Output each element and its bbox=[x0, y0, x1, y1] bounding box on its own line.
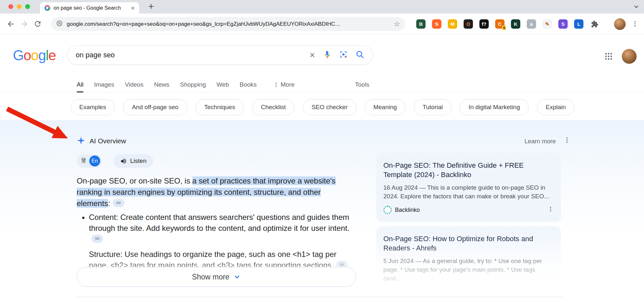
search-result-tab[interactable]: All bbox=[77, 77, 83, 92]
macos-window-controls bbox=[8, 4, 30, 9]
google-lens-icon[interactable] bbox=[339, 50, 348, 60]
search-result-tab[interactable]: News bbox=[154, 77, 169, 92]
ai-overview-title: AI Overview bbox=[90, 137, 126, 145]
voice-search-icon[interactable] bbox=[323, 50, 332, 60]
filter-chip[interactable]: And off-page seo bbox=[123, 99, 187, 115]
source-favicon-icon bbox=[383, 206, 392, 214]
traffic-light-button[interactable] bbox=[25, 4, 30, 9]
show-more-button[interactable]: Show more bbox=[77, 267, 356, 287]
source-card[interactable]: On-Page SEO: How to Optimize for Robots … bbox=[376, 226, 561, 290]
extension-icon[interactable]: B bbox=[416, 19, 426, 29]
address-bar[interactable]: google.com/search?q=on+page+seo&oq=on+pa… bbox=[51, 17, 405, 31]
google-favicon-icon bbox=[44, 5, 50, 11]
extension-icon[interactable]: M bbox=[448, 19, 457, 29]
browser-toolbar: google.com/search?q=on+page+seo&oq=on+pa… bbox=[0, 14, 644, 34]
traffic-light-button[interactable] bbox=[8, 4, 13, 9]
extension-glyph: K bbox=[514, 21, 517, 27]
traffic-light-button[interactable] bbox=[17, 4, 22, 9]
listen-button[interactable]: Listen bbox=[113, 154, 153, 168]
extension-glyph: C bbox=[498, 21, 502, 27]
filter-chip[interactable]: Meaning bbox=[365, 99, 406, 115]
source-card[interactable]: On-Page SEO: The Definitive Guide + FREE… bbox=[376, 153, 561, 222]
extension-glyph: S bbox=[561, 21, 564, 27]
extension-glyph: M bbox=[450, 21, 455, 27]
search-icon[interactable] bbox=[355, 50, 364, 60]
filter-chip[interactable]: In digital Marketing bbox=[460, 99, 528, 115]
clear-search-icon[interactable]: × bbox=[309, 50, 315, 60]
account-avatar[interactable] bbox=[622, 49, 637, 64]
bookmark-star-icon[interactable]: ☆ bbox=[394, 21, 400, 28]
browser-profile-avatar[interactable] bbox=[614, 18, 626, 30]
extension-icon[interactable]: S bbox=[432, 19, 441, 29]
learn-more-link[interactable]: Learn more bbox=[524, 138, 556, 145]
language-option-hindi[interactable]: हिं bbox=[82, 158, 86, 165]
source-name: Backlinko bbox=[395, 207, 420, 213]
google-apps-grid-icon[interactable] bbox=[604, 52, 613, 62]
intro-plain-text: On-page SEO, or on-site SEO, is bbox=[77, 176, 192, 185]
source-card-title[interactable]: On-Page SEO: How to Optimize for Robots … bbox=[383, 234, 554, 253]
show-more-label: Show more bbox=[192, 273, 229, 281]
site-info-icon[interactable] bbox=[56, 20, 63, 28]
language-toggle[interactable]: हिं En bbox=[77, 154, 102, 168]
browser-tab[interactable]: on page seo - Google Search × bbox=[40, 2, 139, 14]
google-logo-letter: e bbox=[48, 47, 56, 63]
url-text: google.com/search?q=on+page+seo&oq=on+pa… bbox=[67, 21, 390, 27]
google-logo[interactable]: Google bbox=[13, 47, 56, 63]
citation-link-icon[interactable] bbox=[91, 235, 103, 243]
extension-icon[interactable]: f? bbox=[479, 19, 489, 29]
google-logo-letter: o bbox=[31, 47, 38, 63]
reload-button[interactable] bbox=[34, 20, 42, 28]
extension-glyph: S bbox=[435, 21, 438, 27]
filter-chip[interactable]: SEO checker bbox=[303, 99, 356, 115]
filter-chip[interactable]: Checklist bbox=[252, 99, 294, 115]
extension-icon[interactable]: S bbox=[558, 19, 568, 29]
filter-chip[interactable]: Explain bbox=[537, 99, 574, 115]
search-result-tab[interactable]: Web bbox=[216, 77, 229, 92]
source-card-menu-icon[interactable] bbox=[547, 206, 554, 214]
source-card-title[interactable]: On-Page SEO: The Definitive Guide + FREE… bbox=[383, 161, 554, 179]
results-nav-bar: AllImagesVideosNewsShoppingWebBooks More… bbox=[0, 77, 644, 93]
results-nav-items: AllImagesVideosNewsShoppingWebBooks bbox=[77, 77, 257, 92]
language-option-english[interactable]: En bbox=[89, 156, 100, 166]
citation-link-icon[interactable] bbox=[113, 199, 124, 207]
extension-icon[interactable]: C 6 bbox=[495, 19, 505, 29]
extensions-row: B S M O f? C 6 K a ✎ S L bbox=[416, 19, 583, 29]
tab-close-icon[interactable]: × bbox=[131, 5, 135, 11]
extension-icon[interactable]: O bbox=[464, 19, 473, 29]
extension-glyph: a bbox=[530, 21, 533, 27]
search-query-text: on page seo bbox=[76, 51, 302, 59]
extension-icon[interactable]: L bbox=[574, 19, 583, 29]
google-logo-letter: g bbox=[38, 47, 46, 63]
search-result-tab[interactable]: Images bbox=[94, 77, 114, 92]
extension-icon[interactable]: ✎ bbox=[543, 19, 552, 29]
forward-button[interactable] bbox=[20, 20, 29, 28]
extension-glyph: L bbox=[577, 21, 580, 27]
extension-glyph: O bbox=[466, 21, 470, 27]
bullet-text: Content: Create content that answers sea… bbox=[89, 213, 349, 232]
search-results-page: Google on page seo × AllImagesVide bbox=[0, 34, 644, 302]
search-result-tab[interactable]: Books bbox=[240, 77, 257, 92]
search-result-tab[interactable]: Shopping bbox=[180, 77, 206, 92]
extension-icon[interactable]: K bbox=[511, 19, 520, 29]
extension-icon[interactable]: a bbox=[527, 19, 536, 29]
filter-chip[interactable]: Tutorial bbox=[414, 99, 452, 115]
related-filter-chips: ExamplesAnd off-page seoTechniquesCheckl… bbox=[71, 99, 574, 115]
new-tab-button[interactable]: + bbox=[146, 1, 157, 12]
extensions-puzzle-icon[interactable] bbox=[591, 20, 599, 29]
ai-overview-menu-icon[interactable] bbox=[563, 137, 571, 145]
extension-glyph: f? bbox=[482, 21, 486, 27]
back-button[interactable] bbox=[6, 20, 15, 28]
bullet-text: Structure: Use headings to organize the … bbox=[89, 250, 337, 269]
red-arrow-annotation bbox=[3, 103, 86, 148]
listen-label: Listen bbox=[130, 157, 147, 165]
browser-menu-icon[interactable] bbox=[631, 20, 639, 29]
tab-search-chevron-icon[interactable] bbox=[634, 4, 639, 11]
filter-chip[interactable]: Techniques bbox=[196, 99, 244, 115]
search-input[interactable]: on page seo × bbox=[67, 45, 373, 65]
section-divider bbox=[77, 297, 563, 297]
search-result-tab[interactable]: Videos bbox=[125, 77, 143, 92]
tools-button[interactable]: Tools bbox=[355, 77, 369, 92]
ai-overview-bullet: Content: Create content that answers sea… bbox=[89, 212, 355, 245]
source-card-footer: Backlinko bbox=[383, 206, 554, 214]
more-menu[interactable]: More bbox=[273, 77, 294, 92]
